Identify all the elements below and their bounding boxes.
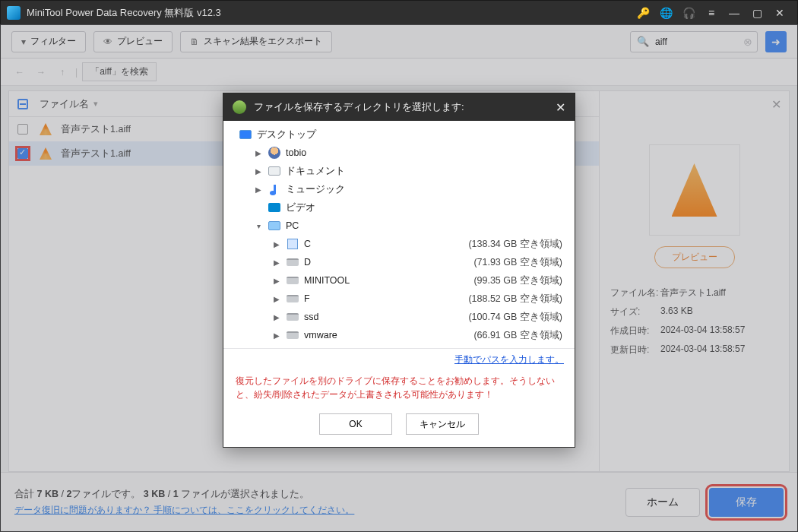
modal-title: ファイルを保存するディレクトリを選択します: (254, 100, 464, 114)
expand-icon[interactable]: ▶ (272, 277, 281, 285)
drive-icon (286, 256, 299, 268)
minimize-icon[interactable]: — (726, 5, 743, 21)
expand-icon[interactable]: ▶ (254, 149, 263, 157)
app-title: MiniTool Power Data Recovery 無料版 v12.3 (27, 6, 632, 20)
tree-node-video[interactable]: ビデオ (231, 198, 567, 217)
menu-icon[interactable]: ≡ (703, 5, 720, 21)
collapse-icon[interactable]: ▾ (254, 222, 263, 230)
key-icon[interactable]: 🔑 (635, 5, 651, 21)
modal-logo-icon (233, 100, 246, 114)
video-icon (268, 201, 281, 214)
modal-cancel-button[interactable]: キャンセル (406, 413, 479, 435)
tree-node-desktop[interactable]: デスクトップ (231, 125, 567, 144)
modal-ok-button[interactable]: OK (319, 413, 392, 435)
manual-path-link[interactable]: 手動でパスを入力します。 (454, 354, 564, 365)
maximize-icon[interactable]: ▢ (749, 5, 765, 21)
tree-node-documents[interactable]: ▶ドキュメント (231, 162, 567, 180)
close-icon[interactable]: ✕ (771, 5, 788, 21)
drive-icon (286, 274, 299, 287)
tree-node-drive[interactable]: ▶MINITOOL(99.35 GB 空き領域) (231, 271, 567, 290)
save-directory-modal: ファイルを保存するディレクトリを選択します: ✕ デスクトップ ▶tobio ▶… (223, 93, 575, 448)
titlebar: MiniTool Power Data Recovery 無料版 v12.3 🔑… (1, 1, 797, 25)
modal-titlebar: ファイルを保存するディレクトリを選択します: ✕ (223, 93, 575, 121)
drive-icon (286, 238, 299, 250)
pc-icon (268, 220, 281, 232)
tree-node-drive[interactable]: ▶ssd(100.74 GB 空き領域) (231, 308, 567, 326)
expand-icon[interactable]: ▶ (272, 295, 281, 303)
modal-warning: 復元したファイルを別のドライブに保存することをお勧めします。そうしないと、紛失/… (223, 371, 575, 409)
tree-node-drive[interactable]: ▶D(71.93 GB 空き領域) (231, 253, 567, 271)
headset-icon[interactable]: 🎧 (680, 5, 697, 21)
documents-icon (268, 165, 281, 177)
globe-icon[interactable]: 🌐 (657, 5, 674, 21)
modal-close-icon[interactable]: ✕ (556, 100, 565, 115)
user-icon (268, 147, 281, 159)
drive-icon (286, 293, 299, 305)
tree-node-drive[interactable]: ▶vmware(66.91 GB 空き領域) (231, 326, 567, 344)
modal-overlay: ファイルを保存するディレクトリを選択します: ✕ デスクトップ ▶tobio ▶… (0, 24, 798, 532)
expand-icon[interactable]: ▶ (254, 185, 263, 194)
tree-node-user[interactable]: ▶tobio (231, 144, 567, 162)
desktop-icon (239, 128, 252, 141)
drive-icon (286, 329, 299, 341)
drive-icon (286, 311, 299, 323)
tree-node-drive[interactable]: ▶F(188.52 GB 空き領域) (231, 290, 567, 308)
tree-node-pc[interactable]: ▾PC (231, 217, 567, 235)
music-icon (268, 183, 281, 195)
expand-icon[interactable]: ▶ (272, 313, 281, 321)
expand-icon[interactable]: ▶ (272, 258, 281, 267)
tree-node-drive[interactable]: ▶C(138.34 GB 空き領域) (231, 235, 567, 253)
expand-icon[interactable]: ▶ (272, 331, 281, 340)
directory-tree[interactable]: デスクトップ ▶tobio ▶ドキュメント ▶ミュージック ビデオ ▾PC ▶C… (223, 121, 575, 349)
app-logo (7, 6, 21, 20)
tree-node-music[interactable]: ▶ミュージック (231, 180, 567, 198)
expand-icon[interactable]: ▶ (254, 167, 263, 176)
expand-icon[interactable]: ▶ (272, 240, 281, 249)
